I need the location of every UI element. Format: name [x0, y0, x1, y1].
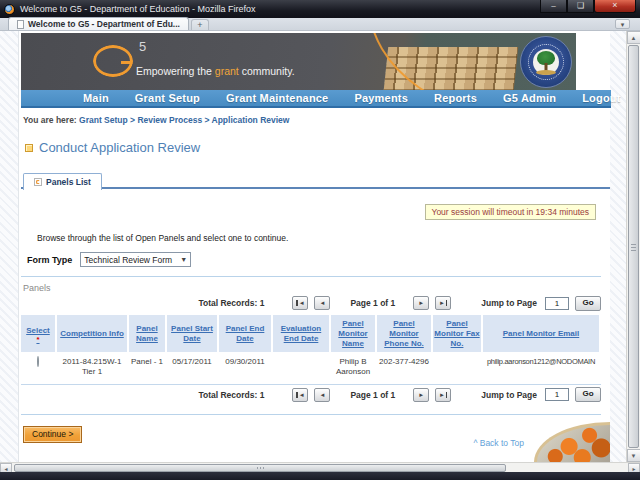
- next-page-icon: ►: [418, 392, 424, 398]
- go-button[interactable]: Go: [575, 296, 601, 311]
- cell-monitor-phone: 202-377-4296: [377, 352, 431, 381]
- nav-payments[interactable]: Payments: [354, 92, 408, 104]
- back-to-top-link[interactable]: ^ Back to Top: [473, 438, 524, 448]
- header-monitor-name[interactable]: Panel Monitor Name: [331, 315, 375, 352]
- select-panel-radio[interactable]: [37, 356, 39, 367]
- scroll-right-icon[interactable]: ►: [628, 463, 640, 473]
- browser-tab[interactable]: Welcome to G5 - Department of Edu...: [8, 17, 189, 30]
- cell-panel-start-date: 05/17/2011: [167, 352, 217, 381]
- header-select[interactable]: Select*: [21, 315, 55, 352]
- table-header-row: Select* Competition Info Panel Name Pane…: [21, 315, 601, 352]
- header-panel-end-date[interactable]: Panel End Date: [219, 315, 271, 352]
- nav-grant-maintenance[interactable]: Grant Maintenance: [226, 92, 328, 104]
- jump-to-page-label-bottom: Jump to Page: [481, 390, 537, 400]
- tagline-highlight: grant: [215, 65, 239, 77]
- continue-button[interactable]: Continue >: [23, 426, 82, 443]
- firefox-icon: [4, 4, 15, 15]
- select-dropdown-arrow-icon: ▼: [172, 256, 187, 263]
- section-divider: [21, 276, 601, 277]
- g5-banner: 5 Empowering the grant community.: [21, 33, 576, 90]
- new-tab-button[interactable]: +: [191, 19, 209, 30]
- first-page-icon: ◄: [299, 300, 305, 306]
- vertical-scrollbar[interactable]: ▲ ▼: [626, 31, 640, 462]
- maximize-button[interactable]: ❏: [567, 0, 594, 13]
- title-bullet-icon: [25, 144, 33, 152]
- nav-reports[interactable]: Reports: [434, 92, 477, 104]
- browser-window: Welcome to G5 - Department of Education …: [0, 0, 640, 480]
- breadcrumb-path[interactable]: Grant Setup > Review Process > Applicati…: [79, 115, 289, 125]
- breadcrumb: You are here: Grant Setup > Review Proce…: [23, 115, 610, 125]
- window-titlebar: Welcome to G5 - Department of Education …: [0, 0, 640, 18]
- header-monitor-phone[interactable]: Panel Monitor Phone No.: [377, 315, 431, 352]
- last-page-button[interactable]: ►: [435, 296, 451, 310]
- jump-to-page-input-bottom[interactable]: [545, 388, 569, 401]
- form-type-label: Form Type: [27, 255, 72, 265]
- header-evaluation-end-date[interactable]: Evaluation End Date: [273, 315, 329, 352]
- header-monitor-email[interactable]: Panel Monitor Email: [483, 315, 599, 352]
- cell-competition-info: 2011-84.215W-1 Tier 1: [57, 352, 127, 381]
- browser-tab-title: Welcome to G5 - Department of Edu...: [28, 19, 180, 29]
- scroll-up-icon[interactable]: ▲: [627, 31, 640, 44]
- go-button-bottom[interactable]: Go: [575, 387, 601, 402]
- cell-panel-end-date: 09/30/2011: [219, 352, 271, 381]
- panels-table: Select* Competition Info Panel Name Pane…: [21, 315, 601, 385]
- prev-page-icon: ◄: [319, 392, 325, 398]
- header-panel-name[interactable]: Panel Name: [129, 315, 165, 352]
- last-page-button-bottom[interactable]: ►: [435, 388, 451, 402]
- required-marker: *: [36, 338, 39, 342]
- list-tabs-button[interactable]: ▾: [615, 19, 630, 29]
- page-viewport: 5 Empowering the grant community. Main G…: [0, 31, 640, 462]
- panels-tab-row: Panels List: [21, 172, 610, 189]
- cell-monitor-name: Philip B Aaronson: [331, 352, 375, 381]
- page-indicator: Page 1 of 1: [350, 298, 395, 308]
- nav-main[interactable]: Main: [83, 92, 109, 104]
- total-records: Total Records: 1: [198, 298, 264, 308]
- header-monitor-fax[interactable]: Panel Monitor Fax No.: [433, 315, 481, 352]
- header-competition-info[interactable]: Competition Info: [57, 315, 127, 352]
- page-title: Conduct Application Review: [39, 140, 200, 155]
- status-bar: [0, 472, 640, 480]
- footer-divider: [21, 414, 601, 415]
- g5-logo-icon: [93, 45, 133, 77]
- window-title: Welcome to G5 - Department of Education …: [20, 4, 255, 14]
- first-page-button[interactable]: ◄: [292, 296, 308, 310]
- horizontal-scrollbar[interactable]: ◄ ►: [0, 462, 640, 472]
- vertical-scroll-thumb[interactable]: [628, 45, 639, 448]
- banner-tagline: Empowering the grant community.: [136, 65, 295, 77]
- page-background: 5 Empowering the grant community. Main G…: [0, 31, 626, 462]
- form-type-select[interactable]: Technical Review Form ▼: [80, 252, 191, 267]
- first-page-button-bottom[interactable]: ◄: [292, 388, 308, 402]
- next-page-button-bottom[interactable]: ►: [413, 388, 429, 402]
- page-indicator-bottom: Page 1 of 1: [350, 390, 395, 400]
- pagination-top: Total Records: 1 ◄ ◄ Page 1 of 1 ► ► Jum…: [21, 293, 601, 313]
- instruction-text: Browse through the list of Open Panels a…: [37, 233, 610, 243]
- table-row: 2011-84.215W-1 Tier 1 Panel - 1 05/17/20…: [21, 352, 601, 381]
- page-content: 5 Empowering the grant community. Main G…: [18, 31, 610, 462]
- next-page-button[interactable]: ►: [413, 296, 429, 310]
- next-page-icon: ►: [418, 300, 424, 306]
- tab-panels-list[interactable]: Panels List: [23, 173, 102, 190]
- nav-logout[interactable]: Logout: [582, 92, 620, 104]
- prev-page-icon: ◄: [319, 300, 325, 306]
- panels-tab-icon: [34, 178, 42, 186]
- nav-grant-setup[interactable]: Grant Setup: [135, 92, 200, 104]
- jump-to-page-label: Jump to Page: [481, 298, 537, 308]
- pagination-bottom: Total Records: 1 ◄ ◄ Page 1 of 1 ► ► Jum…: [21, 385, 601, 405]
- horizontal-scroll-thumb[interactable]: [14, 464, 506, 472]
- session-timeout-message: Your session will timeout in 19:34 minut…: [425, 204, 597, 220]
- scroll-down-icon[interactable]: ▼: [627, 449, 640, 462]
- jump-to-page-input[interactable]: [545, 297, 569, 310]
- nav-g5-admin[interactable]: G5 Admin: [503, 92, 556, 104]
- prev-page-button[interactable]: ◄: [314, 296, 330, 310]
- prev-page-button-bottom[interactable]: ◄: [314, 388, 330, 402]
- tagline-prefix: Empowering the: [136, 65, 215, 77]
- cell-panel-name: Panel - 1: [129, 352, 165, 381]
- cell-evaluation-end-date: [273, 352, 329, 381]
- cell-monitor-email: philip.aaronson1212@NODOMAIN: [483, 352, 599, 381]
- close-button[interactable]: ×: [594, 0, 636, 13]
- header-panel-start-date[interactable]: Panel Start Date: [167, 315, 217, 352]
- minimize-button[interactable]: –: [540, 0, 567, 13]
- scroll-left-icon[interactable]: ◄: [0, 463, 12, 473]
- form-type-value: Technical Review Form: [84, 255, 172, 265]
- tagline-suffix: community.: [239, 65, 295, 77]
